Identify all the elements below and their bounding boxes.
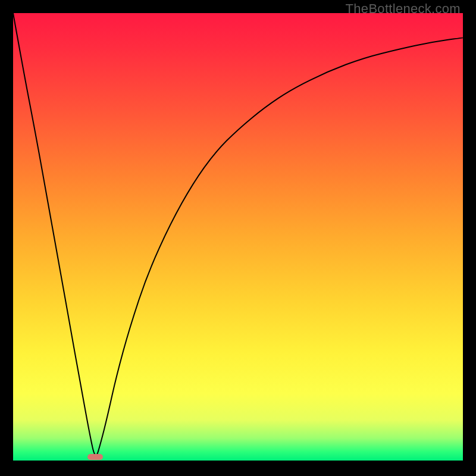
- optimum-marker: [87, 454, 103, 460]
- plot-area: [13, 13, 463, 461]
- watermark-text: TheBottleneck.com: [346, 1, 461, 17]
- bottleneck-curve: [13, 13, 463, 461]
- chart-frame: TheBottleneck.com: [0, 0, 476, 476]
